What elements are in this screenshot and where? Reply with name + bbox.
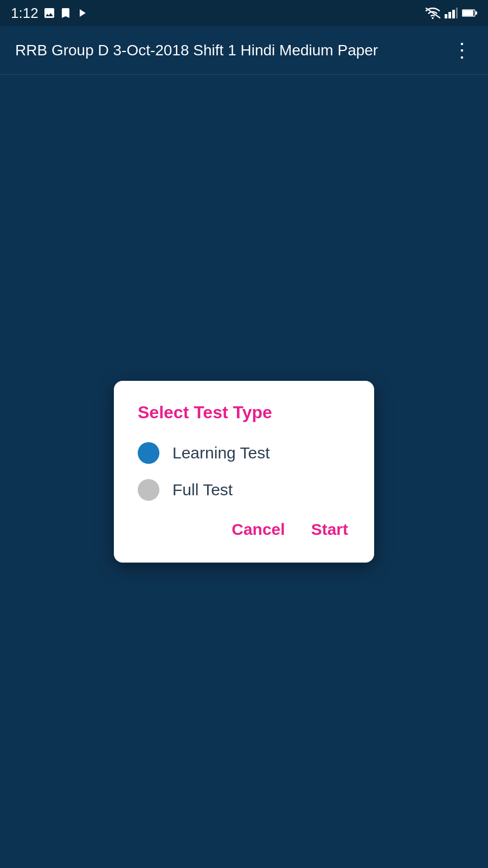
play-icon xyxy=(75,7,88,20)
app-bar-title: RRB Group D 3-Oct-2018 Shift 1 Hindi Med… xyxy=(15,42,452,59)
select-test-type-dialog: Select Test Type Learning Test Full Test… xyxy=(114,381,374,563)
app-bar: RRB Group D 3-Oct-2018 Shift 1 Hindi Med… xyxy=(0,26,488,75)
battery-icon xyxy=(462,8,477,18)
svg-point-0 xyxy=(432,17,434,19)
svg-rect-3 xyxy=(452,10,455,18)
cancel-button[interactable]: Cancel xyxy=(229,516,287,543)
svg-rect-6 xyxy=(463,10,473,16)
dialog-buttons: Cancel Start xyxy=(138,516,350,543)
content-area: Select Test Type Learning Test Full Test… xyxy=(0,75,488,868)
svg-rect-4 xyxy=(456,8,458,18)
svg-rect-7 xyxy=(476,11,477,15)
full-test-radio[interactable] xyxy=(138,479,159,501)
wifi-icon xyxy=(425,7,440,19)
status-left: 1:12 xyxy=(11,5,88,22)
learning-test-label: Learning Test xyxy=(172,444,270,462)
start-button[interactable]: Start xyxy=(309,516,350,543)
status-time: 1:12 xyxy=(11,5,38,22)
status-bar: 1:12 xyxy=(0,0,488,26)
learning-test-option[interactable]: Learning Test xyxy=(138,442,350,464)
svg-rect-1 xyxy=(445,14,447,18)
dialog-title: Select Test Type xyxy=(138,403,350,423)
status-notification-icons xyxy=(43,7,88,20)
learning-test-radio[interactable] xyxy=(138,442,159,464)
signal-icon xyxy=(445,7,458,19)
svg-rect-2 xyxy=(448,12,451,18)
status-right-icons xyxy=(425,7,477,19)
full-test-label: Full Test xyxy=(172,481,233,499)
more-options-button[interactable]: ⋮ xyxy=(452,39,473,62)
full-test-option[interactable]: Full Test xyxy=(138,479,350,501)
bookmark-icon xyxy=(59,7,72,20)
photo-icon xyxy=(43,7,56,20)
dialog-overlay: Select Test Type Learning Test Full Test… xyxy=(0,75,488,868)
